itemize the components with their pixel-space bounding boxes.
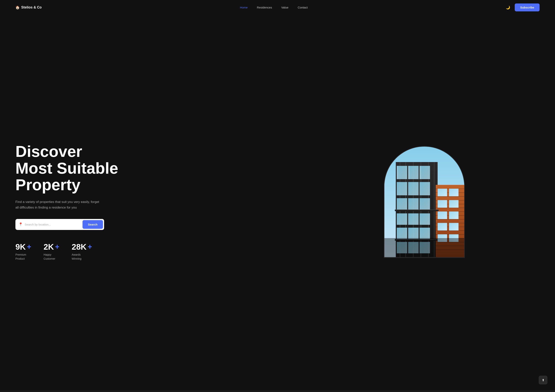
svg-rect-32 <box>397 198 407 209</box>
nav-links: Home Residences Value Contact <box>240 6 308 9</box>
stat-number-2k: 2K+ <box>44 242 59 251</box>
svg-rect-53 <box>449 211 458 219</box>
hero-content: Discover Most Suitable Property Find a v… <box>15 143 288 261</box>
nav-right: 🌙 Subscribe <box>506 3 540 11</box>
hero-image-container <box>309 146 540 258</box>
nav-link-value[interactable]: Value <box>281 6 288 9</box>
stat-number-28k: 28K+ <box>72 242 92 251</box>
svg-rect-42 <box>419 228 430 239</box>
brand-logo[interactable]: 🏠 Stelios & Co <box>15 5 42 10</box>
location-icon: 📍 <box>19 222 23 227</box>
building-svg <box>384 147 464 257</box>
nav-item-home[interactable]: Home <box>240 6 248 9</box>
building-image <box>384 147 464 257</box>
nav-link-contact[interactable]: Contact <box>298 6 308 9</box>
svg-rect-59 <box>397 166 398 179</box>
svg-rect-26 <box>397 166 407 179</box>
stat-awards-winning: 28K+ Awards Winning <box>72 242 92 261</box>
svg-rect-11 <box>436 196 464 197</box>
svg-rect-61 <box>419 166 421 179</box>
svg-rect-14 <box>436 208 464 208</box>
svg-rect-51 <box>449 200 458 207</box>
scroll-to-top-button[interactable]: ⬆ <box>539 376 547 384</box>
stat-number-9k: 9K+ <box>15 242 31 251</box>
search-button[interactable]: Search <box>82 220 103 229</box>
bottom-bar <box>0 391 555 392</box>
svg-rect-49 <box>449 189 458 196</box>
arch-frame <box>384 146 465 258</box>
svg-rect-28 <box>419 166 430 179</box>
svg-rect-36 <box>395 209 438 210</box>
svg-rect-58 <box>384 238 464 257</box>
hero-title: Discover Most Suitable Property <box>15 143 288 193</box>
svg-rect-50 <box>438 200 447 207</box>
search-input[interactable] <box>25 221 82 228</box>
svg-rect-40 <box>397 228 407 239</box>
stat-premium-product: 9K+ Premium Product <box>15 242 31 261</box>
dark-mode-button[interactable]: 🌙 <box>506 5 510 10</box>
hero-title-line3: Property <box>15 176 80 193</box>
svg-rect-33 <box>408 198 418 209</box>
svg-rect-54 <box>438 223 447 230</box>
svg-rect-48 <box>438 189 447 196</box>
stat-label-premium: Premium Product <box>15 253 31 261</box>
svg-rect-39 <box>419 213 430 225</box>
nav-item-value[interactable]: Value <box>281 6 288 9</box>
nav-link-residences[interactable]: Residences <box>257 6 272 9</box>
subscribe-button[interactable]: Subscribe <box>515 3 540 11</box>
svg-rect-55 <box>449 223 458 230</box>
hero-subtitle: Find a variety of properties that suit y… <box>15 199 100 210</box>
svg-rect-29 <box>397 182 407 195</box>
stat-label-happy: Happy Customer <box>44 253 59 261</box>
svg-rect-37 <box>397 213 407 225</box>
svg-rect-41 <box>408 228 418 239</box>
nav-link-home[interactable]: Home <box>240 6 248 9</box>
navbar: 🏠 Stelios & Co Home Residences Value Con… <box>0 0 555 15</box>
chevron-up-icon: ⬆ <box>542 378 544 382</box>
svg-rect-27 <box>408 166 418 179</box>
svg-rect-17 <box>436 219 464 220</box>
stat-happy-customer: 2K+ Happy Customer <box>44 242 59 261</box>
nav-item-residences[interactable]: Residences <box>257 6 272 9</box>
nav-item-contact[interactable]: Contact <box>298 6 308 9</box>
svg-rect-30 <box>408 182 418 195</box>
stats-container: 9K+ Premium Product 2K+ Happy Customer <box>15 242 288 261</box>
svg-rect-52 <box>438 211 447 219</box>
hero-section: Discover Most Suitable Property Find a v… <box>0 15 555 392</box>
brand-name: Stelios & Co <box>21 5 42 9</box>
svg-rect-31 <box>419 182 430 195</box>
hero-title-line1: Discover <box>15 143 82 160</box>
svg-rect-60 <box>408 166 410 179</box>
svg-rect-20 <box>436 230 464 231</box>
search-bar: 📍 Search <box>15 219 104 230</box>
svg-rect-34 <box>419 198 430 209</box>
home-icon: 🏠 <box>15 5 20 10</box>
stat-label-awards: Awards Winning <box>72 253 92 261</box>
hero-title-line2: Most Suitable <box>15 159 118 177</box>
svg-rect-38 <box>408 213 418 225</box>
